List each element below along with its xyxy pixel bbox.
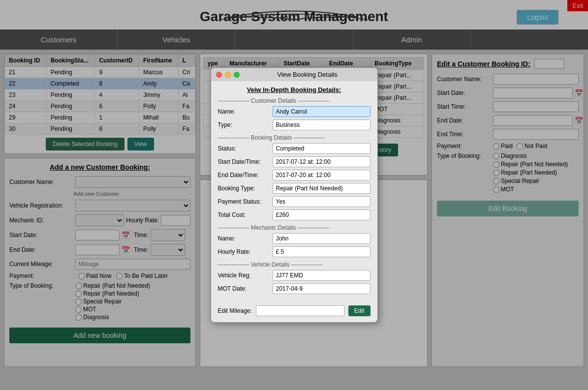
btype-field-input[interactable]: [273, 183, 371, 194]
type-field-input[interactable]: [273, 120, 371, 130]
payment-field-label: Payment Status:: [218, 198, 270, 205]
hourly-field-label: Hourly Rate:: [218, 248, 270, 255]
end-dt-label: End Date/Time:: [218, 172, 270, 179]
vreg-field-input[interactable]: [273, 270, 371, 281]
hourly-field-input[interactable]: [273, 246, 371, 257]
end-dt-input[interactable]: [273, 170, 371, 180]
mech-name-label: Name:: [218, 235, 270, 242]
modal-mileage-input[interactable]: [256, 305, 344, 316]
payment-field-row: Payment Status:: [218, 196, 371, 207]
mot-field-row: MOT Date:: [218, 283, 371, 294]
vehicle-section: ---------------- Vehicle Details -------…: [218, 261, 371, 268]
type-field-row: Type:: [218, 120, 371, 130]
mot-field-label: MOT Date:: [218, 285, 270, 292]
status-field-label: Status:: [218, 145, 270, 152]
mot-field-input[interactable]: [273, 283, 371, 294]
modal-subtitle: Veiw In-Depth Booking Details:: [218, 86, 371, 93]
modal-overlay: View Booking Details Veiw In-Depth Booki…: [0, 0, 588, 390]
mech-name-input[interactable]: [273, 233, 371, 244]
cost-field-label: Total Cost:: [218, 211, 270, 218]
modal-close-button[interactable]: [216, 72, 222, 78]
modal-minimize-button[interactable]: [225, 72, 231, 78]
modal-body: Veiw In-Depth Booking Details: ---------…: [211, 81, 377, 301]
booking-details-modal: View Booking Details Veiw In-Depth Booki…: [211, 67, 378, 323]
btype-field-row: Booking Type:: [218, 183, 371, 194]
modal-edit-button[interactable]: Edit: [348, 305, 371, 316]
vreg-field-row: Vehicle Reg:: [218, 270, 371, 281]
status-field-row: Status:: [218, 143, 371, 154]
customer-section: ---------------- Customer Details ------…: [218, 97, 371, 104]
modal-footer: Edit Mileage: Edit: [211, 301, 377, 322]
modal-mileage-label: Edit Mileage:: [218, 307, 252, 314]
modal-title: View Booking Details: [243, 71, 372, 78]
start-dt-input[interactable]: [273, 156, 371, 167]
booking-section: ---------------- Booking Details -------…: [218, 134, 371, 141]
end-dt-field-row: End Date/Time:: [218, 170, 371, 180]
name-field-label: Name:: [218, 108, 270, 115]
start-dt-label: Start Date/Time:: [218, 158, 270, 165]
status-field-input[interactable]: [273, 143, 371, 154]
btype-field-label: Booking Type:: [218, 185, 270, 192]
cost-field-input[interactable]: [273, 210, 371, 220]
start-dt-field-row: Start Date/Time:: [218, 156, 371, 167]
modal-maximize-button[interactable]: [234, 72, 240, 78]
vreg-field-label: Vehicle Reg:: [218, 272, 270, 279]
mech-name-field-row: Name:: [218, 233, 371, 244]
mechanic-section: ---------------- Mechanic Details ------…: [218, 224, 371, 231]
modal-titlebar: View Booking Details: [211, 68, 377, 81]
cost-field-row: Total Cost:: [218, 210, 371, 220]
payment-field-input[interactable]: [273, 196, 371, 207]
hourly-field-row: Hourly Rate:: [218, 246, 371, 257]
name-field-row: Name:: [218, 106, 371, 117]
name-field-input[interactable]: [273, 106, 371, 117]
type-field-label: Type:: [218, 121, 270, 128]
